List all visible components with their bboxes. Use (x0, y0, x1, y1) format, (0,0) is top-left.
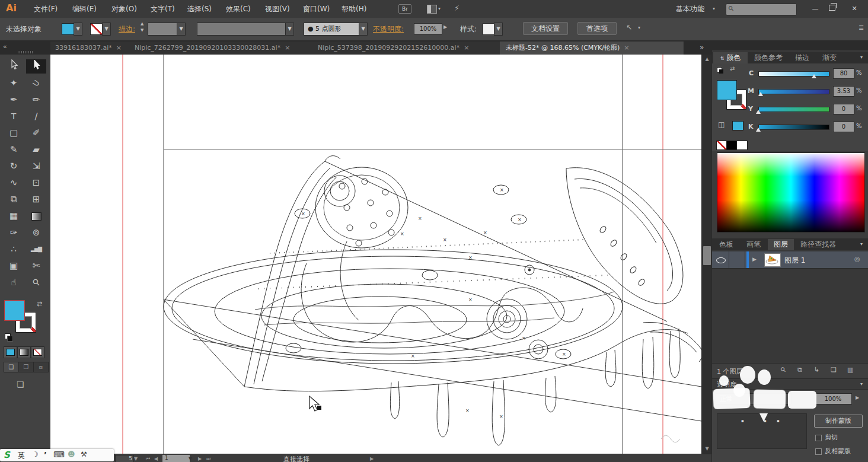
channel-m-value[interactable]: 3.53 (833, 86, 854, 97)
symbol-sprayer-tool[interactable]: ∴ (4, 242, 24, 256)
stroke-weight-up-icon[interactable]: ▲ (141, 21, 143, 26)
preferences-button[interactable]: 首选项 (577, 22, 617, 35)
layer-name[interactable]: 图层 1 (784, 256, 805, 266)
menu-type[interactable]: 文字(T) (151, 4, 175, 14)
doc-tab-4-active[interactable]: 未标题-52* @ 168.65% (CMYK/轮廓)× (500, 42, 684, 55)
doc-tab-1-close-icon[interactable]: × (116, 44, 122, 52)
channel-c-slider[interactable] (758, 71, 829, 77)
tab-gradient[interactable]: 渐变 (816, 52, 843, 63)
none-mode-button[interactable] (31, 346, 44, 358)
ime-profile-icon[interactable]: ☻ (68, 450, 75, 458)
pen-tool[interactable]: ✒ (4, 93, 24, 107)
channel-m-handle[interactable] (758, 92, 763, 96)
artboard-tool[interactable]: ▣ (4, 259, 24, 273)
style-swatch[interactable] (483, 23, 494, 35)
control-bar-menu-icon[interactable]: ≣ (859, 24, 864, 31)
menu-effect[interactable]: 效果(C) (226, 4, 251, 14)
scroll-down-icon[interactable]: ▼ (702, 446, 712, 451)
gradient-tool[interactable] (26, 209, 46, 223)
style-chevron-icon[interactable]: ▼ (494, 23, 503, 36)
out-of-gamut-cube-icon[interactable]: ◫ (718, 120, 725, 129)
ime-settings-icon[interactable]: ⚒ (81, 450, 87, 458)
hand-tool[interactable]: ☝ (4, 275, 24, 289)
channel-k-value[interactable]: 0 (833, 122, 854, 132)
restore-button[interactable] (829, 5, 835, 11)
ime-punctuation-icon[interactable]: ☽ (32, 450, 39, 458)
tab-stroke[interactable]: 描边 (789, 52, 815, 63)
artboard-field-chevron-icon[interactable]: ▼ (189, 456, 192, 461)
color-panel-menu-icon[interactable]: ▾ (860, 55, 863, 60)
fill-proxy-swatch[interactable] (4, 300, 25, 321)
menu-view[interactable]: 视图(V) (265, 4, 290, 14)
bridge-button[interactable]: Br (398, 4, 411, 14)
close-button[interactable]: ✕ (847, 4, 862, 14)
zoom-level-field[interactable]: 5 (115, 455, 134, 462)
channel-k-handle[interactable] (756, 128, 761, 132)
gamut-color-swatch[interactable] (732, 121, 743, 130)
next-artboard-icon[interactable]: ▶ (198, 456, 202, 461)
lasso-tool[interactable]: ⊃ (24, 71, 49, 94)
eraser-tool[interactable]: ▰ (26, 142, 46, 157)
menu-edit[interactable]: 编辑(E) (72, 4, 97, 14)
color-mode-button[interactable] (4, 346, 17, 358)
zoom-chevron-icon[interactable]: ▼ (134, 456, 138, 461)
vertical-scrollbar[interactable]: ▲ ▼ (701, 55, 712, 454)
channel-y-value[interactable]: 0 (833, 104, 854, 114)
brush-chevron-icon[interactable]: ▼ (359, 23, 368, 36)
tab-overflow-icon[interactable]: » (700, 43, 704, 52)
rectangle-tool[interactable]: ▢ (4, 126, 24, 140)
arrange-documents-chevron-icon[interactable]: ▾ (438, 6, 441, 11)
doc-tab-2[interactable]: Nipic_7262799_20190920103330028031.ai*× (130, 42, 318, 55)
fill-color-swatch[interactable] (62, 23, 74, 35)
transparency-opacity-field[interactable]: 100% (814, 393, 852, 404)
new-sublayer-icon[interactable]: ↳ (814, 366, 819, 374)
mesh-tool[interactable]: ▦ (4, 209, 24, 223)
opacity-field[interactable]: 100% (414, 23, 442, 34)
doc-tab-4-close-icon[interactable]: × (624, 44, 629, 52)
transparency-menu-icon[interactable]: ▾ (860, 381, 863, 387)
isolate-chevron-icon[interactable]: ▾ (638, 25, 640, 30)
stroke-panel-link[interactable]: 描边: (119, 24, 135, 34)
first-artboard-icon[interactable]: ⏮ (146, 456, 150, 462)
tab-swatches[interactable]: 色板 (713, 239, 739, 250)
last-artboard-icon[interactable]: ⏭ (206, 456, 210, 462)
invert-mask-checkbox[interactable] (815, 448, 822, 455)
selection-tool[interactable] (4, 59, 24, 74)
lock-cell[interactable] (729, 251, 745, 268)
channel-m-slider[interactable] (758, 89, 829, 94)
tab-brushes[interactable]: 画笔 (741, 239, 767, 250)
ime-language-toggle[interactable]: 英 (18, 451, 25, 461)
opacity-expand-icon[interactable]: ▶ (443, 24, 447, 30)
scale-tool[interactable]: ⇲ (26, 159, 46, 173)
default-fill-stroke-icon[interactable] (5, 333, 11, 339)
rotate-tool[interactable]: ↻ (4, 159, 24, 173)
slice-tool[interactable]: ✄ (26, 259, 46, 273)
channel-k-slider[interactable] (758, 125, 829, 130)
tab-color-guide[interactable]: 颜色参考 (749, 52, 788, 63)
arrange-documents-icon[interactable] (427, 5, 437, 14)
transparency-opacity-expand-icon[interactable]: ▶ (856, 395, 859, 400)
shape-builder-tool[interactable]: ⧉ (4, 192, 24, 206)
variable-width-profile-field[interactable] (197, 23, 286, 36)
line-segment-tool[interactable]: ∕ (26, 109, 46, 123)
fill-color-chevron-icon[interactable]: ▼ (74, 23, 82, 36)
doc-tab-2-close-icon[interactable]: × (285, 44, 290, 52)
menu-file[interactable]: 文件(F) (34, 4, 58, 14)
layers-panel-menu-icon[interactable]: ▾ (860, 241, 863, 247)
variable-width-chevron-icon[interactable]: ▼ (285, 23, 294, 36)
free-transform-tool[interactable]: ⊡ (26, 176, 46, 190)
visibility-cell[interactable] (712, 251, 729, 268)
artboard-navigation-field[interactable]: 1 (162, 455, 190, 462)
prev-artboard-icon[interactable]: ◀ (154, 456, 158, 461)
perspective-grid-tool[interactable]: ⊞ (26, 192, 46, 206)
doc-tab-3-close-icon[interactable]: × (464, 44, 469, 52)
stroke-color-chevron-icon[interactable]: ▼ (102, 23, 111, 36)
draw-normal-mode-button[interactable]: ❑ (4, 362, 19, 372)
width-tool[interactable]: ∿ (4, 176, 24, 190)
doc-tab-1[interactable]: 33916183037.ai*× (50, 42, 135, 55)
new-layer-icon[interactable]: ❏ (831, 366, 837, 374)
delete-layer-icon[interactable]: ▥ (847, 366, 853, 374)
layer-thumbnail[interactable] (764, 253, 781, 267)
stroke-weight-field[interactable] (148, 23, 177, 36)
blend-tool[interactable]: ⊚ (26, 225, 46, 240)
